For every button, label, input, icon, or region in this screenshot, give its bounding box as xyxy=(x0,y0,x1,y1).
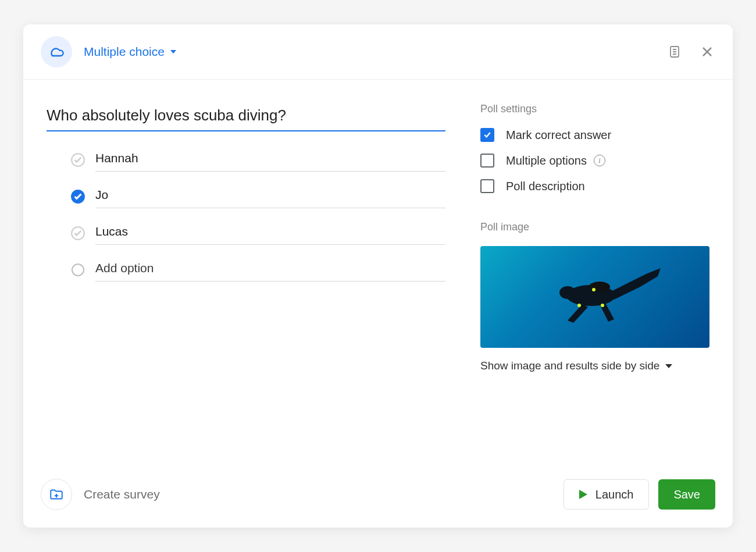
checkbox[interactable] xyxy=(480,154,494,168)
option-row xyxy=(70,184,445,208)
cloud-icon xyxy=(41,36,72,67)
question-type-selector[interactable]: Multiple choice xyxy=(84,45,176,59)
setting-label: Poll description xyxy=(506,180,585,193)
notes-icon[interactable] xyxy=(666,44,683,60)
save-button[interactable]: Save xyxy=(658,479,715,510)
svg-point-15 xyxy=(592,288,595,291)
radio-empty-icon xyxy=(70,262,86,278)
svg-point-11 xyxy=(559,286,576,299)
setting-label: Mark correct answer xyxy=(506,129,611,142)
header: Multiple choice xyxy=(23,24,733,80)
svg-point-14 xyxy=(601,304,604,307)
checkbox[interactable] xyxy=(480,128,494,142)
checkbox[interactable] xyxy=(480,179,494,193)
content: Poll settings Mark correct answer Multip… xyxy=(23,80,733,467)
launch-label: Launch xyxy=(595,488,634,501)
correct-marker-icon[interactable] xyxy=(70,152,86,168)
info-icon[interactable]: i xyxy=(594,155,605,166)
footer: Create survey Launch Save xyxy=(23,467,733,528)
correct-marker-icon[interactable] xyxy=(70,225,86,241)
option-input[interactable] xyxy=(95,221,445,245)
setting-poll-description: Poll description xyxy=(480,179,709,193)
options-list xyxy=(47,148,445,282)
setting-mark-correct: Mark correct answer xyxy=(480,128,709,142)
setting-label: Multiple options xyxy=(506,154,587,168)
setting-multiple-options: Multiple options i xyxy=(480,154,709,168)
option-input[interactable] xyxy=(95,148,445,172)
chevron-down-icon xyxy=(665,364,672,368)
add-option-row[interactable] xyxy=(70,258,445,282)
settings-title: Poll settings xyxy=(480,103,709,115)
save-label: Save xyxy=(673,488,700,501)
create-survey-icon[interactable] xyxy=(41,479,72,510)
create-survey-label[interactable]: Create survey xyxy=(84,487,160,501)
image-layout-label: Show image and results side by side xyxy=(480,359,659,372)
poll-image[interactable] xyxy=(480,246,709,348)
add-option-label[interactable] xyxy=(95,258,445,282)
poll-editor-card: Multiple choice xyxy=(23,24,733,528)
correct-marker-icon[interactable] xyxy=(70,188,86,205)
close-icon[interactable] xyxy=(699,44,715,60)
option-row xyxy=(70,148,445,172)
launch-button[interactable]: Launch xyxy=(564,479,650,510)
svg-point-13 xyxy=(577,304,581,307)
poll-image-title: Poll image xyxy=(480,221,709,233)
side-column: Poll settings Mark correct answer Multip… xyxy=(480,103,709,444)
play-icon xyxy=(579,490,587,499)
option-row xyxy=(70,221,445,245)
question-type-label: Multiple choice xyxy=(84,45,165,59)
main-column xyxy=(47,103,480,444)
image-layout-selector[interactable]: Show image and results side by side xyxy=(480,359,709,372)
svg-point-9 xyxy=(72,264,84,276)
scuba-diver-icon xyxy=(527,263,666,333)
chevron-down-icon xyxy=(170,50,176,54)
question-input[interactable] xyxy=(47,103,445,131)
option-input[interactable] xyxy=(95,184,445,208)
